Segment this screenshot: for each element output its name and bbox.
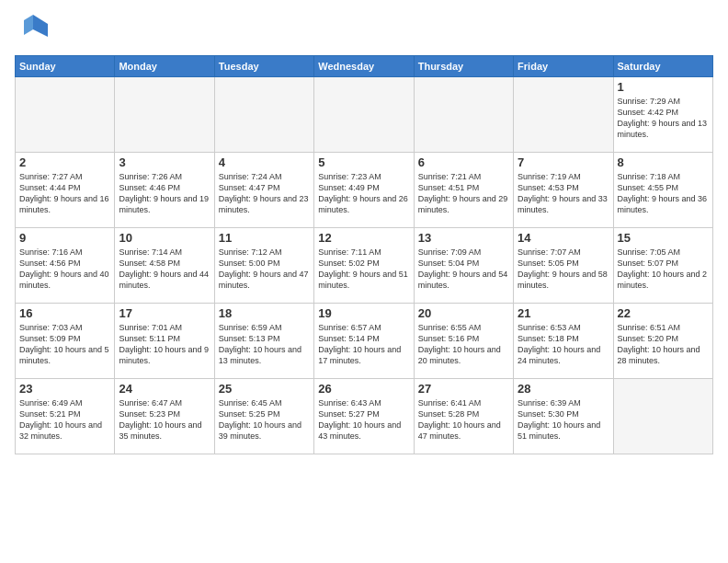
day-info: Sunrise: 6:39 AM Sunset: 5:30 PM Dayligh…	[518, 397, 609, 442]
day-number: 12	[318, 231, 409, 245]
day-number: 23	[19, 382, 110, 396]
weekday-header-friday: Friday	[514, 56, 613, 77]
day-info: Sunrise: 7:11 AM Sunset: 5:02 PM Dayligh…	[318, 247, 409, 292]
calendar-cell: 17Sunrise: 7:01 AM Sunset: 5:11 PM Dayli…	[115, 304, 214, 379]
day-info: Sunrise: 6:45 AM Sunset: 5:25 PM Dayligh…	[219, 397, 310, 442]
day-number: 4	[219, 155, 310, 169]
calendar-cell: 8Sunrise: 7:18 AM Sunset: 4:55 PM Daylig…	[613, 153, 712, 228]
calendar-cell: 13Sunrise: 7:09 AM Sunset: 5:04 PM Dayli…	[414, 228, 513, 304]
day-info: Sunrise: 6:57 AM Sunset: 5:14 PM Dayligh…	[318, 322, 409, 367]
day-number: 17	[119, 306, 210, 320]
day-number: 26	[318, 382, 409, 396]
calendar-cell	[214, 77, 313, 153]
weekday-header-tuesday: Tuesday	[214, 56, 313, 77]
day-info: Sunrise: 7:21 AM Sunset: 4:51 PM Dayligh…	[418, 171, 509, 216]
calendar-cell: 27Sunrise: 6:41 AM Sunset: 5:28 PM Dayli…	[414, 379, 513, 454]
calendar-cell	[414, 77, 513, 153]
calendar-cell: 1Sunrise: 7:29 AM Sunset: 4:42 PM Daylig…	[613, 77, 712, 153]
day-info: Sunrise: 7:29 AM Sunset: 4:42 PM Dayligh…	[618, 96, 709, 141]
calendar-cell	[16, 77, 115, 153]
calendar-cell: 6Sunrise: 7:21 AM Sunset: 4:51 PM Daylig…	[414, 153, 513, 228]
calendar-table: SundayMondayTuesdayWednesdayThursdayFrid…	[15, 55, 713, 454]
calendar-cell: 25Sunrise: 6:45 AM Sunset: 5:25 PM Dayli…	[214, 379, 313, 454]
day-number: 22	[618, 306, 709, 320]
day-info: Sunrise: 7:26 AM Sunset: 4:46 PM Dayligh…	[119, 171, 210, 216]
day-number: 27	[418, 382, 509, 396]
logo-icon	[15, 11, 48, 44]
page-container: SundayMondayTuesdayWednesdayThursdayFrid…	[0, 0, 728, 462]
day-number: 6	[418, 155, 509, 169]
calendar-week-2: 2Sunrise: 7:27 AM Sunset: 4:44 PM Daylig…	[16, 153, 713, 228]
day-number: 14	[518, 231, 609, 245]
calendar-cell: 26Sunrise: 6:43 AM Sunset: 5:27 PM Dayli…	[314, 379, 414, 454]
page-header	[15, 11, 713, 48]
calendar-cell: 2Sunrise: 7:27 AM Sunset: 4:44 PM Daylig…	[16, 153, 115, 228]
calendar-cell	[613, 379, 712, 454]
day-number: 11	[219, 231, 310, 245]
calendar-cell: 10Sunrise: 7:14 AM Sunset: 4:58 PM Dayli…	[115, 228, 214, 304]
calendar-cell: 14Sunrise: 7:07 AM Sunset: 5:05 PM Dayli…	[514, 228, 613, 304]
calendar-cell: 22Sunrise: 6:51 AM Sunset: 5:20 PM Dayli…	[613, 304, 712, 379]
calendar-cell: 20Sunrise: 6:55 AM Sunset: 5:16 PM Dayli…	[414, 304, 513, 379]
calendar-cell: 7Sunrise: 7:19 AM Sunset: 4:53 PM Daylig…	[514, 153, 613, 228]
calendar-cell: 19Sunrise: 6:57 AM Sunset: 5:14 PM Dayli…	[314, 304, 414, 379]
day-info: Sunrise: 6:59 AM Sunset: 5:13 PM Dayligh…	[219, 322, 310, 367]
day-number: 19	[318, 306, 409, 320]
day-info: Sunrise: 6:55 AM Sunset: 5:16 PM Dayligh…	[418, 322, 509, 367]
calendar-cell: 28Sunrise: 6:39 AM Sunset: 5:30 PM Dayli…	[514, 379, 613, 454]
calendar-cell: 21Sunrise: 6:53 AM Sunset: 5:18 PM Dayli…	[514, 304, 613, 379]
day-info: Sunrise: 7:27 AM Sunset: 4:44 PM Dayligh…	[19, 171, 110, 216]
day-number: 1	[618, 80, 709, 94]
weekday-header-monday: Monday	[115, 56, 214, 77]
calendar-cell: 15Sunrise: 7:05 AM Sunset: 5:07 PM Dayli…	[613, 228, 712, 304]
calendar-week-4: 16Sunrise: 7:03 AM Sunset: 5:09 PM Dayli…	[16, 304, 713, 379]
weekday-header-row: SundayMondayTuesdayWednesdayThursdayFrid…	[16, 56, 713, 77]
calendar-cell: 18Sunrise: 6:59 AM Sunset: 5:13 PM Dayli…	[214, 304, 313, 379]
calendar-week-5: 23Sunrise: 6:49 AM Sunset: 5:21 PM Dayli…	[16, 379, 713, 454]
day-number: 5	[318, 155, 409, 169]
day-number: 9	[19, 231, 110, 245]
logo	[15, 11, 48, 48]
day-number: 13	[418, 231, 509, 245]
day-number: 21	[518, 306, 609, 320]
day-info: Sunrise: 7:05 AM Sunset: 5:07 PM Dayligh…	[618, 247, 709, 292]
weekday-header-wednesday: Wednesday	[314, 56, 414, 77]
day-number: 2	[19, 155, 110, 169]
day-number: 8	[618, 155, 709, 169]
day-number: 24	[119, 382, 210, 396]
day-info: Sunrise: 7:03 AM Sunset: 5:09 PM Dayligh…	[19, 322, 110, 367]
day-info: Sunrise: 7:01 AM Sunset: 5:11 PM Dayligh…	[119, 322, 210, 367]
day-number: 7	[518, 155, 609, 169]
calendar-cell: 9Sunrise: 7:16 AM Sunset: 4:56 PM Daylig…	[16, 228, 115, 304]
day-number: 10	[119, 231, 210, 245]
day-number: 20	[418, 306, 509, 320]
calendar-cell: 24Sunrise: 6:47 AM Sunset: 5:23 PM Dayli…	[115, 379, 214, 454]
day-info: Sunrise: 7:16 AM Sunset: 4:56 PM Dayligh…	[19, 247, 110, 292]
day-info: Sunrise: 7:07 AM Sunset: 5:05 PM Dayligh…	[518, 247, 609, 292]
day-info: Sunrise: 7:12 AM Sunset: 5:00 PM Dayligh…	[219, 247, 310, 292]
day-info: Sunrise: 7:14 AM Sunset: 4:58 PM Dayligh…	[119, 247, 210, 292]
calendar-cell	[314, 77, 414, 153]
calendar-cell	[514, 77, 613, 153]
day-number: 28	[518, 382, 609, 396]
calendar-cell: 3Sunrise: 7:26 AM Sunset: 4:46 PM Daylig…	[115, 153, 214, 228]
calendar-cell: 23Sunrise: 6:49 AM Sunset: 5:21 PM Dayli…	[16, 379, 115, 454]
day-info: Sunrise: 7:18 AM Sunset: 4:55 PM Dayligh…	[618, 171, 709, 216]
weekday-header-saturday: Saturday	[613, 56, 712, 77]
day-info: Sunrise: 6:47 AM Sunset: 5:23 PM Dayligh…	[119, 397, 210, 442]
day-info: Sunrise: 6:41 AM Sunset: 5:28 PM Dayligh…	[418, 397, 509, 442]
calendar-cell: 5Sunrise: 7:23 AM Sunset: 4:49 PM Daylig…	[314, 153, 414, 228]
day-info: Sunrise: 6:53 AM Sunset: 5:18 PM Dayligh…	[518, 322, 609, 367]
day-info: Sunrise: 7:09 AM Sunset: 5:04 PM Dayligh…	[418, 247, 509, 292]
day-info: Sunrise: 7:19 AM Sunset: 4:53 PM Dayligh…	[518, 171, 609, 216]
day-number: 3	[119, 155, 210, 169]
calendar-cell: 11Sunrise: 7:12 AM Sunset: 5:00 PM Dayli…	[214, 228, 313, 304]
day-info: Sunrise: 6:51 AM Sunset: 5:20 PM Dayligh…	[618, 322, 709, 367]
day-number: 18	[219, 306, 310, 320]
day-number: 15	[618, 231, 709, 245]
day-info: Sunrise: 6:49 AM Sunset: 5:21 PM Dayligh…	[19, 397, 110, 442]
weekday-header-sunday: Sunday	[16, 56, 115, 77]
day-number: 25	[219, 382, 310, 396]
day-info: Sunrise: 7:23 AM Sunset: 4:49 PM Dayligh…	[318, 171, 409, 216]
calendar-week-3: 9Sunrise: 7:16 AM Sunset: 4:56 PM Daylig…	[16, 228, 713, 304]
